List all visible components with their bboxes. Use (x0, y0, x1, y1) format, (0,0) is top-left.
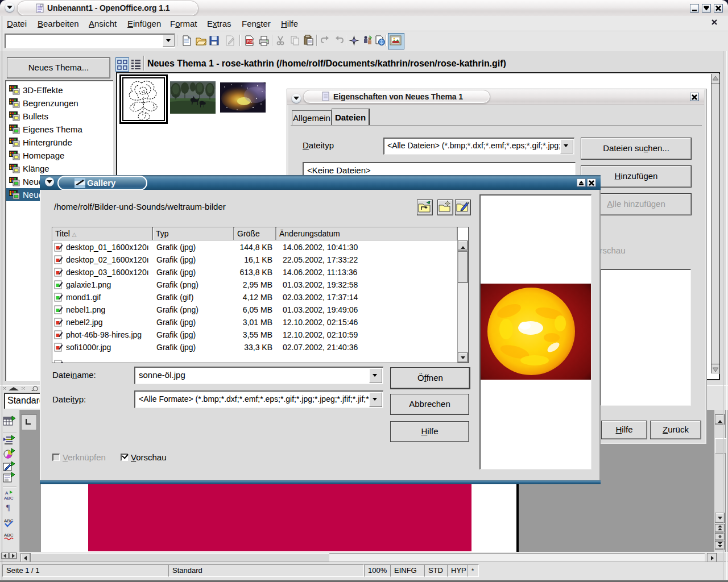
svg-text:PDF: PDF (247, 40, 255, 44)
svg-text:ABC: ABC (4, 496, 14, 501)
svg-text:A: A (5, 490, 9, 496)
svg-text:¶: ¶ (6, 504, 10, 512)
svg-text:ABC: ABC (4, 533, 14, 538)
